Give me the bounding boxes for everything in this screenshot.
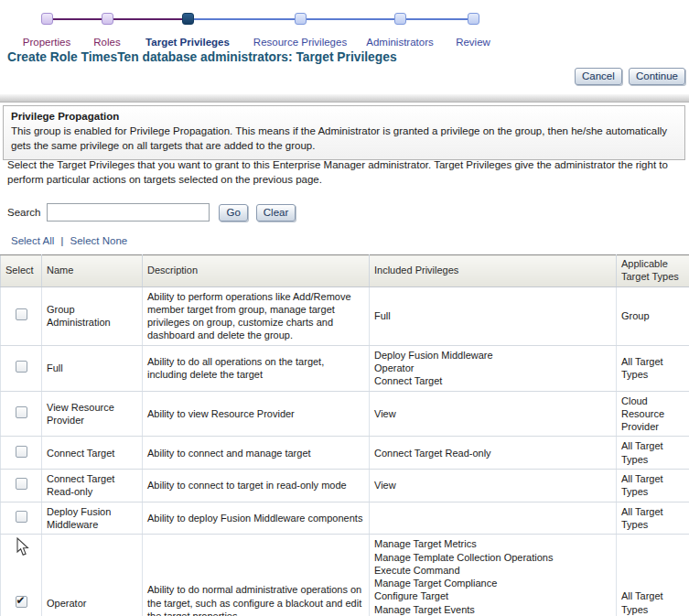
included-privilege: Manage Target Events (374, 603, 611, 616)
cell-description: Ability to connect and manage target (143, 437, 370, 470)
cell-types: All Target Types (617, 470, 689, 503)
header-included-privileges: Included Privileges (370, 255, 617, 287)
included-privilege: Connect Target (374, 374, 611, 387)
link-divider: | (60, 235, 63, 246)
included-privilege: Deploy Fusion Middleware (374, 349, 611, 362)
select-none-link[interactable]: Select None (70, 235, 128, 246)
header-applicable-target-types: Applicable Target Types (617, 255, 689, 287)
cell-description: Ability to deploy Fusion Middleware comp… (143, 502, 370, 535)
cell-types: Cloud Resource Provider (617, 391, 689, 437)
cell-select (1, 286, 42, 345)
page-title: Create Role TimesTen database administra… (7, 50, 397, 64)
section-divider-bar (0, 94, 689, 103)
included-privilege: Manage Target Metrics (374, 537, 611, 550)
header-select: Select (1, 255, 42, 287)
cell-description: Ability to view Resource Provider (143, 391, 370, 437)
cell-included: View (370, 470, 617, 503)
row-checkbox[interactable] (16, 446, 27, 458)
cell-description: Ability to do normal administrative oper… (143, 535, 370, 616)
table-header-row: Select Name Description Included Privile… (1, 255, 689, 287)
cell-select (1, 437, 42, 470)
table-row: Connect Target Ability to connect and ma… (1, 437, 689, 470)
row-checkbox[interactable] (16, 511, 27, 523)
included-privilege: Operator (374, 362, 611, 374)
table-row: Group Administration Ability to perform … (1, 286, 689, 345)
select-all-link[interactable]: Select All (11, 235, 54, 246)
cell-included: Connect Target Read-only (370, 437, 617, 470)
cell-name: Connect Target Read-only (42, 470, 143, 503)
train-stop-roles-icon[interactable] (102, 13, 113, 25)
cell-included: Full (370, 286, 617, 345)
included-privilege: View (374, 407, 611, 420)
cell-included: View (370, 391, 617, 437)
cell-select (1, 535, 42, 616)
privilege-propagation-info-box: Privilege Propagation This group is enab… (3, 105, 685, 160)
cell-select (1, 391, 42, 437)
cell-name: Connect Target (42, 437, 143, 470)
cell-included (370, 502, 617, 535)
train-label-properties[interactable]: Properties (23, 37, 70, 48)
cell-description: Ability to connect to target in read-onl… (143, 470, 370, 503)
cancel-button[interactable]: Cancel (575, 68, 622, 85)
search-input[interactable] (47, 203, 210, 222)
row-checkbox[interactable] (16, 478, 27, 490)
table-row: Operator Ability to do normal administra… (1, 535, 689, 616)
included-privilege: Full (374, 309, 611, 322)
cell-description: Ability to perform operations like Add/R… (143, 286, 370, 345)
table-row: Connect Target Read-only Ability to conn… (1, 470, 689, 503)
included-privilege: Execute Command (374, 564, 611, 577)
included-privilege: Manage Template Collection Operations (374, 551, 611, 564)
cell-types: All Target Types (617, 345, 689, 391)
train-stop-target-privileges-icon (182, 13, 194, 25)
train-line-remaining (188, 18, 473, 20)
train-label-roles[interactable]: Roles (93, 37, 120, 48)
cell-types: All Target Types (617, 502, 689, 535)
top-action-buttons: Cancel Continue (571, 68, 685, 85)
target-privileges-table: Select Name Description Included Privile… (0, 254, 689, 616)
table-row: Full Ability to do all operations on the… (1, 345, 689, 391)
cell-types: All Target Types (617, 535, 689, 616)
search-label: Search (7, 207, 40, 218)
search-clear-button[interactable]: Clear (256, 204, 296, 222)
info-box-body: This group is enabled for Privilege Prop… (11, 124, 677, 154)
train-label-review[interactable]: Review (456, 37, 490, 48)
header-name: Name (42, 255, 143, 287)
privileges-table-body: Group Administration Ability to perform … (1, 286, 689, 616)
train-line-completed (47, 18, 188, 20)
row-checkbox[interactable] (16, 308, 27, 320)
selection-links: Select All|Select None (11, 235, 127, 246)
cell-included: Deploy Fusion MiddlewareOperatorConnect … (370, 345, 617, 391)
cell-name: Group Administration (42, 286, 143, 345)
table-row: View Resource Provider Ability to view R… (1, 391, 689, 437)
train-stop-review-icon[interactable] (468, 13, 479, 25)
cell-name: Operator (42, 535, 143, 616)
included-privilege: Connect Target Read-only (374, 447, 611, 459)
train-stop-administrators-icon[interactable] (394, 13, 406, 25)
search-bar: SearchGoClear (7, 203, 296, 223)
included-privilege: Manage Target Compliance (374, 577, 611, 589)
included-privilege: Configure Target (374, 589, 611, 602)
train-label-administrators[interactable]: Administrators (366, 37, 434, 48)
train-label-resource-privileges[interactable]: Resource Privileges (253, 37, 347, 48)
mouse-cursor-icon (16, 537, 30, 557)
cell-types: All Target Types (617, 437, 689, 470)
continue-button[interactable]: Continue (629, 68, 685, 85)
info-box-title: Privilege Propagation (11, 110, 677, 124)
train-stop-properties-icon[interactable] (41, 13, 53, 25)
intro-text: Select the Target Privileges that you wa… (7, 157, 684, 187)
row-checkbox[interactable] (16, 406, 27, 418)
cell-select (1, 470, 42, 503)
row-checkbox[interactable] (16, 596, 27, 608)
train-label-target-privileges: Target Privileges (145, 37, 230, 48)
cell-name: Deploy Fusion Middleware (42, 502, 143, 535)
row-checkbox[interactable] (16, 361, 27, 373)
cell-included: Manage Target MetricsManage Template Col… (370, 535, 617, 616)
search-go-button[interactable]: Go (219, 204, 247, 222)
included-privilege: View (374, 479, 611, 492)
cell-select (1, 345, 42, 391)
cell-name: View Resource Provider (42, 391, 143, 437)
header-description: Description (143, 255, 370, 287)
table-row: Deploy Fusion Middleware Ability to depl… (1, 502, 689, 535)
cell-name: Full (42, 345, 143, 391)
train-stop-resource-privileges-icon[interactable] (295, 13, 307, 25)
